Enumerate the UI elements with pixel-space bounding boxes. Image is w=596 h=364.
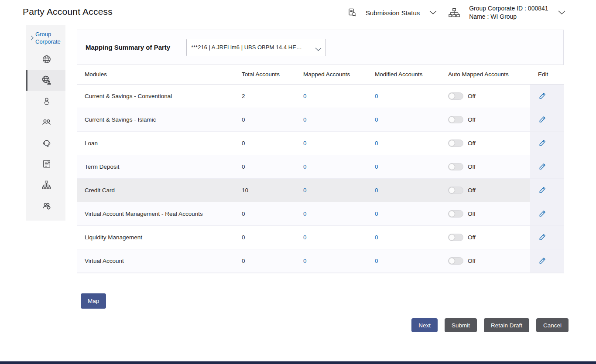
sidebar-item-user-badge[interactable] bbox=[26, 91, 65, 112]
mapped-accounts-link[interactable]: 0 bbox=[303, 258, 307, 264]
auto-mapped-cell: Off bbox=[448, 225, 530, 249]
edit-pencil-icon[interactable] bbox=[538, 256, 547, 265]
column-header: Auto Mapped Accounts bbox=[448, 65, 530, 84]
module-name: Current & Savings - Conventional bbox=[77, 84, 242, 108]
auto-mapped-cell: Off bbox=[448, 108, 530, 131]
modified-accounts-cell: 0 bbox=[375, 225, 448, 249]
mapped-accounts-link[interactable]: 0 bbox=[303, 93, 307, 99]
submit-button[interactable]: Submit bbox=[445, 318, 477, 332]
sidebar-item-globe[interactable] bbox=[26, 49, 65, 70]
modules-table: ModulesTotal AccountsMapped AccountsModi… bbox=[77, 65, 564, 273]
toggle-knob bbox=[449, 164, 455, 170]
mapped-accounts-link[interactable]: 0 bbox=[303, 116, 307, 123]
auto-mapped-toggle[interactable] bbox=[448, 163, 463, 170]
mapped-accounts-cell: 0 bbox=[303, 225, 375, 249]
column-header: Modules bbox=[77, 65, 242, 84]
footer-actions: Next Submit Retain Draft Cancel bbox=[411, 318, 569, 332]
auto-mapped-toggle[interactable] bbox=[448, 187, 463, 194]
edit-pencil-icon[interactable] bbox=[538, 209, 547, 218]
table-header-row: ModulesTotal AccountsMapped AccountsModi… bbox=[77, 65, 564, 84]
column-header: Total Accounts bbox=[242, 65, 303, 84]
column-header: Edit bbox=[530, 65, 564, 84]
modified-accounts-link[interactable]: 0 bbox=[375, 116, 378, 123]
modified-accounts-link[interactable]: 0 bbox=[375, 258, 378, 264]
modified-accounts-link[interactable]: 0 bbox=[375, 211, 378, 217]
sidebar-item-approver-flow[interactable] bbox=[26, 174, 65, 195]
edit-pencil-icon[interactable] bbox=[538, 139, 547, 147]
auto-mapped-state-label: Off bbox=[468, 211, 476, 217]
auto-mapped-cell: Off bbox=[448, 249, 530, 272]
auto-mapped-state-label: Off bbox=[468, 93, 476, 99]
sidebar-item-bulletin[interactable] bbox=[26, 153, 65, 174]
column-header: Modified Accounts bbox=[375, 65, 448, 84]
auto-mapped-cell: Off bbox=[448, 84, 530, 108]
map-button[interactable]: Map bbox=[81, 293, 106, 309]
mapped-accounts-link[interactable]: 0 bbox=[303, 187, 307, 194]
group-corporate-hierarchy-icon bbox=[448, 8, 460, 18]
auto-mapped-state-label: Off bbox=[468, 187, 476, 194]
modified-accounts-link[interactable]: 0 bbox=[375, 140, 378, 146]
modified-accounts-link[interactable]: 0 bbox=[375, 163, 378, 170]
auto-mapped-cell: Off bbox=[448, 131, 530, 155]
module-name: Virtual Account bbox=[77, 249, 242, 272]
mapped-accounts-cell: 0 bbox=[303, 131, 375, 155]
sidebar-item-support[interactable] bbox=[26, 133, 65, 153]
mapped-accounts-cell: 0 bbox=[303, 84, 375, 108]
edit-cell bbox=[530, 202, 564, 225]
total-accounts-value: 10 bbox=[242, 178, 303, 202]
auto-mapped-toggle[interactable] bbox=[448, 210, 463, 218]
table-row: Term Deposit 0 0 0 Off bbox=[77, 155, 564, 178]
total-accounts-value: 2 bbox=[242, 84, 303, 108]
group-corporate-dropdown-chevron-down-icon[interactable] bbox=[557, 10, 566, 16]
table-row: Credit Card 10 0 0 Off bbox=[77, 178, 564, 202]
support-icon bbox=[42, 138, 51, 148]
next-button[interactable]: Next bbox=[411, 318, 438, 332]
submission-status-label: Submission Status bbox=[366, 9, 420, 17]
auto-mapped-state-label: Off bbox=[468, 163, 476, 170]
group-corporate-info: Group Corporate ID : 000841 Name : WI Gr… bbox=[469, 4, 548, 21]
toggle-knob bbox=[449, 258, 455, 264]
modified-accounts-link[interactable]: 0 bbox=[375, 187, 378, 194]
bulletin-icon bbox=[42, 159, 51, 169]
modified-accounts-link[interactable]: 0 bbox=[375, 93, 378, 99]
edit-pencil-icon[interactable] bbox=[538, 162, 547, 171]
module-name: Term Deposit bbox=[77, 155, 242, 178]
sidebar-item-segments[interactable] bbox=[26, 195, 65, 216]
edit-cell bbox=[530, 155, 564, 178]
edit-pencil-icon[interactable] bbox=[538, 186, 547, 194]
sidebar-item-user-groups[interactable] bbox=[26, 112, 65, 133]
auto-mapped-toggle[interactable] bbox=[448, 92, 463, 100]
total-accounts-value: 0 bbox=[242, 225, 303, 249]
auto-mapped-toggle[interactable] bbox=[448, 257, 463, 265]
mapping-summary-label: Mapping Summary of Party bbox=[86, 44, 186, 51]
party-access-icon bbox=[41, 75, 52, 85]
auto-mapped-toggle[interactable] bbox=[448, 139, 463, 147]
total-accounts-value: 0 bbox=[242, 108, 303, 131]
mapped-accounts-link[interactable]: 0 bbox=[303, 140, 307, 146]
auto-mapped-state-label: Off bbox=[468, 116, 476, 123]
auto-mapped-state-label: Off bbox=[468, 258, 476, 264]
mapped-accounts-link[interactable]: 0 bbox=[303, 234, 307, 241]
auto-mapped-cell: Off bbox=[448, 202, 530, 225]
party-select[interactable]: ***216 | A JRELim6 | UBS OBPM 14.4 HE… bbox=[186, 39, 326, 56]
app-header: Party Account Access Submission Status bbox=[0, 0, 596, 25]
auto-mapped-toggle[interactable] bbox=[448, 116, 463, 123]
edit-pencil-icon[interactable] bbox=[538, 233, 547, 242]
user-badge-icon bbox=[42, 96, 51, 106]
breadcrumb-group-corporate[interactable]: Group Corporate bbox=[26, 25, 65, 47]
auto-mapped-toggle[interactable] bbox=[448, 234, 463, 241]
auto-mapped-state-label: Off bbox=[468, 234, 476, 241]
modified-accounts-link[interactable]: 0 bbox=[375, 234, 378, 241]
edit-pencil-icon[interactable] bbox=[538, 115, 547, 124]
retain-draft-button[interactable]: Retain Draft bbox=[484, 318, 529, 332]
sidebar-item-party-access[interactable] bbox=[26, 70, 65, 91]
mapped-accounts-link[interactable]: 0 bbox=[303, 211, 307, 217]
cancel-button[interactable]: Cancel bbox=[536, 318, 569, 332]
footer-bar bbox=[0, 361, 596, 364]
edit-pencil-icon[interactable] bbox=[538, 92, 547, 100]
edit-cell bbox=[530, 131, 564, 155]
toggle-knob bbox=[449, 140, 455, 146]
table-row: Liquidity Management 0 0 0 Off bbox=[77, 225, 564, 249]
submission-status-dropdown-chevron-down-icon[interactable] bbox=[428, 10, 438, 16]
mapped-accounts-link[interactable]: 0 bbox=[303, 163, 307, 170]
